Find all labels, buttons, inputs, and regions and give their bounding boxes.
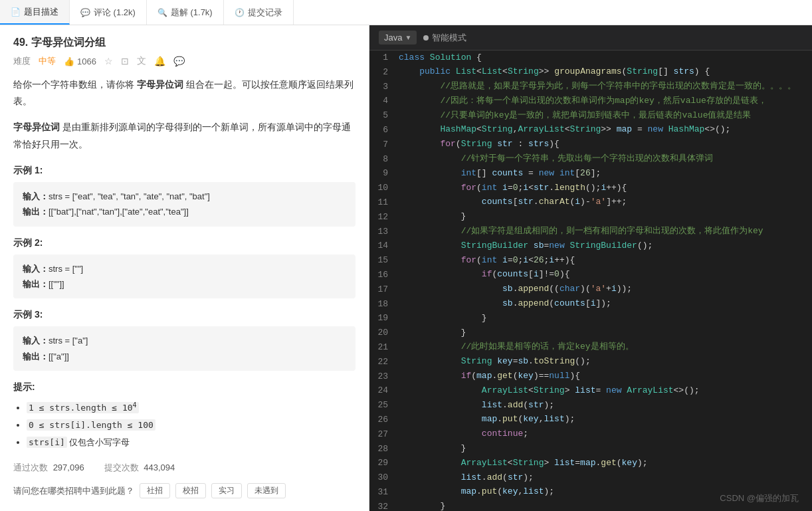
like-count: 👍 1066 bbox=[64, 56, 96, 66]
recruit-btn-social[interactable]: 社招 bbox=[140, 483, 170, 498]
line-23: 23 if(map.get(key)==null){ bbox=[369, 369, 812, 384]
comments-icon: 💬 bbox=[80, 8, 90, 17]
description-icon: 📄 bbox=[11, 7, 21, 17]
bell-icon[interactable]: 🔔 bbox=[154, 56, 165, 66]
line-30: 30 list.add(str); bbox=[369, 470, 812, 485]
difficulty-label: 难度 bbox=[13, 55, 31, 67]
hint-2: 0 ≤ strs[i].length ≤ 100 bbox=[27, 417, 355, 434]
submissions-icon: 🕐 bbox=[235, 8, 245, 17]
line-11: 11 counts[str.charAt(i)-'a']++; bbox=[369, 195, 812, 210]
problem-title: 49. 字母异位词分组 bbox=[13, 36, 355, 50]
mode-button[interactable]: 智能模式 bbox=[423, 32, 466, 44]
line-15: 15 for(int i=0;i<26;i++){ bbox=[369, 253, 812, 268]
hint-1: 1 ≤ strs.length ≤ 104 bbox=[27, 399, 355, 417]
submissions-stat: 提交次数 443,094 bbox=[104, 462, 175, 474]
tab-description[interactable]: 📄 题目描述 bbox=[0, 0, 70, 25]
tab-solutions[interactable]: 🔍 题解 (1.7k) bbox=[147, 0, 224, 25]
line-9: 9 int[] counts = new int[26]; bbox=[369, 166, 812, 181]
example-2-output: 输出：[[""]] bbox=[23, 276, 346, 292]
line-22: 22 String key=sb.toString(); bbox=[369, 355, 812, 369]
line-28: 28 } bbox=[369, 442, 812, 457]
example-3-label: 示例 3: bbox=[13, 309, 355, 321]
left-panel: 49. 字母异位词分组 难度 中等 👍 1066 ☆ ⊡ 文 🔔 💬 给你一个字… bbox=[0, 25, 369, 511]
recruit-btn-intern[interactable]: 实习 bbox=[211, 483, 242, 498]
example-1-label: 示例 1: bbox=[13, 165, 355, 177]
example-3-box: 输入：strs = ["a"] 输出：[["a"]] bbox=[13, 326, 355, 371]
hints-label: 提示: bbox=[13, 381, 355, 393]
line-18: 18 sb.append(counts[i]); bbox=[369, 297, 812, 312]
stats-row: 通过次数 297,096 提交次数 443,094 bbox=[13, 462, 355, 474]
highlight-keyword: 字母异位词 bbox=[137, 79, 183, 90]
example-1-box: 输入：strs = ["eat", "tea", "tan", "ate", "… bbox=[13, 182, 355, 227]
line-20: 20 } bbox=[369, 326, 812, 340]
code-area[interactable]: 1 class Solution { 2 public List<List<St… bbox=[369, 51, 812, 511]
example-2-box: 输入：strs = [""] 输出：[[""]] bbox=[13, 255, 355, 299]
attempts-stat: 通过次数 297,096 bbox=[13, 462, 84, 474]
example-3-input: 输入：strs = ["a"] bbox=[23, 333, 346, 348]
line-24: 24 ArrayList<String> list= new ArrayList… bbox=[369, 383, 812, 398]
solutions-icon: 🔍 bbox=[157, 8, 167, 17]
line-7: 7 for(String str : strs){ bbox=[369, 138, 812, 152]
problem-description-2: 字母异位词 是由重新排列源单词的字母得到的一个新单词，所有源单词中的字母通常恰好… bbox=[13, 119, 355, 152]
example-1-input: 输入：strs = ["eat", "tea", "tan", "ate", "… bbox=[23, 189, 346, 204]
comment-icon[interactable]: 💬 bbox=[173, 56, 185, 66]
main-content: 49. 字母异位词分组 难度 中等 👍 1066 ☆ ⊡ 文 🔔 💬 给你一个字… bbox=[0, 25, 812, 511]
line-5: 5 //只要单词的key是一致的，就把单词加到链表中，最后链表的value值就是… bbox=[369, 108, 812, 123]
code-table: 1 class Solution { 2 public List<List<St… bbox=[369, 51, 812, 511]
line-12: 12 } bbox=[369, 210, 812, 225]
line-27: 27 continue; bbox=[369, 427, 812, 442]
highlight-keyword-2: 字母异位词 bbox=[13, 122, 60, 132]
line-14: 14 StringBuilder sb=new StringBuilder(); bbox=[369, 239, 812, 253]
translate-icon[interactable]: 文 bbox=[137, 55, 146, 67]
chevron-down-icon: ▼ bbox=[405, 34, 411, 41]
line-8: 8 //针对于每一个字符串，先取出每一个字符出现的次数和具体弹词 bbox=[369, 152, 812, 167]
bookmark-icon[interactable]: ☆ bbox=[104, 56, 113, 66]
example-2-input: 输入：strs = [""] bbox=[23, 261, 346, 276]
line-26: 26 map.put(key,list); bbox=[369, 413, 812, 427]
example-1-output: 输出：[["bat"],["nat","tan"],["ate","eat","… bbox=[23, 204, 346, 219]
line-25: 25 list.add(str); bbox=[369, 398, 812, 413]
problem-description-1: 给你一个字符串数组，请你将 字母异位词 组合在一起。可以按任意顺序返回结果列表。 bbox=[13, 76, 355, 110]
recruit-btn-not-seen[interactable]: 未遇到 bbox=[247, 483, 286, 498]
tab-comments[interactable]: 💬 评论 (1.2k) bbox=[70, 0, 147, 25]
line-16: 16 if(counts[i]!=0){ bbox=[369, 268, 812, 282]
line-1: 1 class Solution { bbox=[369, 51, 812, 65]
editor-toolbar: Java ▼ 智能模式 bbox=[369, 25, 812, 51]
example-3-output: 输出：[["a"]] bbox=[23, 349, 346, 364]
watermark: CSDN @偏强的加瓦 bbox=[720, 492, 799, 504]
hint-3: strs[i] 仅包含小写字母 bbox=[27, 434, 355, 451]
language-selector[interactable]: Java ▼ bbox=[379, 31, 417, 45]
line-13: 13 //如果字符是组成相同的，则一档有相同的字母和出现的次数，将此值作为key bbox=[369, 225, 812, 239]
line-17: 17 sb.append((char)('a'+i)); bbox=[369, 282, 812, 297]
right-panel: Java ▼ 智能模式 1 class Solution { 2 publ bbox=[369, 25, 812, 511]
line-21: 21 //此时如果是相等的话，肯定key是相等的。 bbox=[369, 340, 812, 355]
tab-submissions[interactable]: 🕐 提交记录 bbox=[224, 0, 294, 25]
line-2: 2 public List<List<String>> groupAnagram… bbox=[369, 65, 812, 80]
line-10: 10 for(int i=0;i<str.length();i++){ bbox=[369, 181, 812, 195]
top-nav: 📄 题目描述 💬 评论 (1.2k) 🔍 题解 (1.7k) 🕐 提交记录 bbox=[0, 0, 812, 25]
share-icon[interactable]: ⊡ bbox=[121, 56, 129, 66]
line-3: 3 //思路就是，如果是字母异为此，则每一个字符串中的字母出现的次数肯定是一致的… bbox=[369, 80, 812, 94]
example-2-label: 示例 2: bbox=[13, 237, 355, 249]
line-6: 6 HashMap<String,ArrayList<String>> map … bbox=[369, 123, 812, 138]
line-19: 19 } bbox=[369, 311, 812, 326]
mode-dot-icon bbox=[423, 35, 429, 41]
recruit-btn-campus[interactable]: 校招 bbox=[175, 483, 206, 498]
difficulty-row: 难度 中等 👍 1066 ☆ ⊡ 文 🔔 💬 bbox=[13, 55, 355, 67]
hints-list: 1 ≤ strs.length ≤ 104 0 ≤ strs[i].length… bbox=[13, 399, 355, 451]
recruitment-row: 请问您在哪类招聘中遇到此题？ 社招 校招 实习 未遇到 bbox=[13, 483, 355, 498]
difficulty-badge: 中等 bbox=[39, 55, 56, 67]
thumb-icon: 👍 bbox=[64, 56, 74, 66]
line-29: 29 ArrayList<String> list=map.get(key); bbox=[369, 456, 812, 470]
line-4: 4 //因此：将每一个单词出现的次数和单词作为map的key，然后value存放… bbox=[369, 94, 812, 108]
